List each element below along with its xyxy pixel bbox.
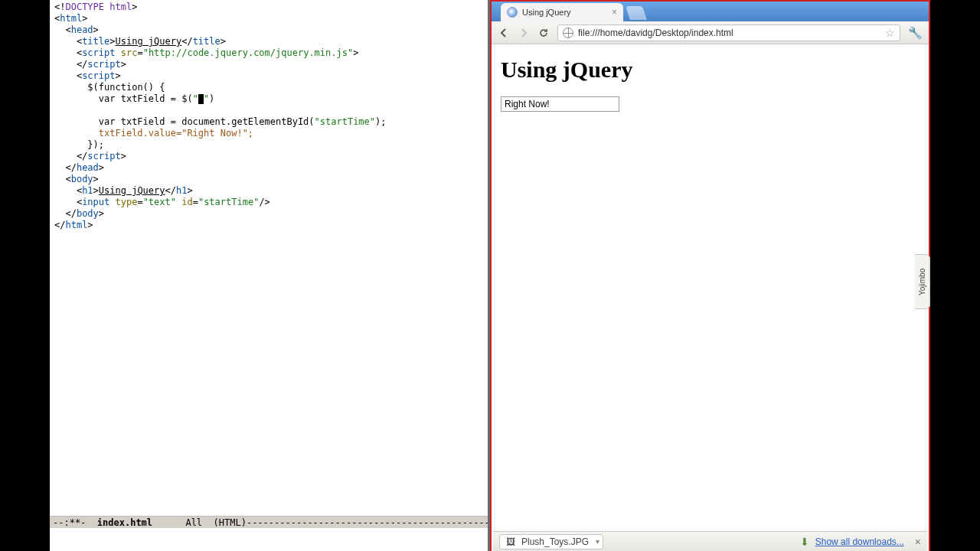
code-content: <!DOCTYPE html> <html> <head> <title>Usi… bbox=[50, 0, 488, 231]
tab-close-icon[interactable]: × bbox=[612, 7, 617, 18]
back-button[interactable] bbox=[498, 27, 510, 39]
arrow-left-icon bbox=[498, 28, 509, 38]
downloads-bar: 🖼 Plush_Toys.JPG ▾ ⬇ Show all downloads.… bbox=[493, 531, 927, 551]
editor-minibuffer[interactable] bbox=[50, 528, 488, 551]
browser-window: Using jQuery × file:///home/davidg/Deskt… bbox=[490, 0, 930, 551]
download-filename: Plush_Toys.JPG bbox=[521, 536, 589, 547]
reload-button[interactable] bbox=[537, 27, 550, 39]
new-tab-button[interactable] bbox=[626, 6, 647, 20]
code-editor-pane[interactable]: <!DOCTYPE html> <html> <head> <title>Usi… bbox=[50, 0, 488, 551]
arrow-right-icon bbox=[518, 28, 529, 38]
browser-toolbar: file:///home/davidg/Desktop/index.html ☆… bbox=[492, 21, 929, 44]
reload-icon bbox=[538, 28, 549, 38]
editor-modeline: --:**- index.html All (HTML)------------… bbox=[50, 516, 488, 528]
text-cursor bbox=[198, 94, 204, 104]
file-icon: 🖼 bbox=[506, 536, 515, 547]
yojimbo-sidetab[interactable]: Yojimbo bbox=[915, 254, 930, 309]
start-time-input[interactable] bbox=[501, 96, 619, 112]
chevron-down-icon[interactable]: ▾ bbox=[596, 537, 599, 546]
tab-title: Using jQuery bbox=[522, 8, 571, 17]
forward-button[interactable] bbox=[518, 27, 530, 39]
browser-tabstrip: Using jQuery × bbox=[492, 2, 929, 21]
download-item[interactable]: 🖼 Plush_Toys.JPG ▾ bbox=[499, 534, 603, 549]
browser-viewport: Using jQuery bbox=[493, 44, 927, 531]
close-downloads-bar-icon[interactable]: × bbox=[915, 536, 921, 548]
globe-icon bbox=[563, 28, 573, 38]
url-text: file:///home/davidg/Desktop/index.html bbox=[578, 28, 733, 38]
show-all-downloads-link[interactable]: Show all downloads... bbox=[815, 536, 904, 547]
settings-wrench-icon[interactable]: 🔧 bbox=[908, 26, 923, 40]
address-bar[interactable]: file:///home/davidg/Desktop/index.html ☆ bbox=[557, 24, 900, 41]
bookmark-star-icon[interactable]: ☆ bbox=[885, 27, 895, 39]
browser-tab[interactable]: Using jQuery × bbox=[501, 3, 623, 21]
tab-favicon-icon bbox=[507, 7, 518, 18]
page-heading: Using jQuery bbox=[501, 57, 920, 83]
download-arrow-icon: ⬇ bbox=[800, 536, 809, 548]
